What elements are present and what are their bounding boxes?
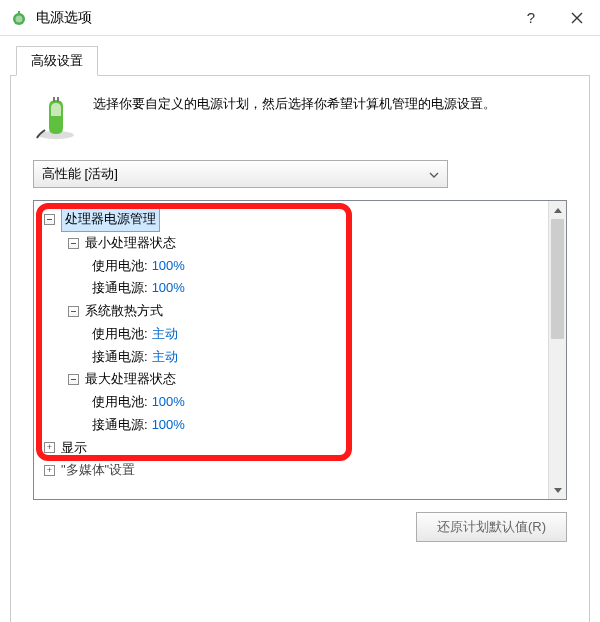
power-plan-select[interactable]: 高性能 [活动] — [33, 160, 448, 188]
collapse-icon[interactable] — [44, 214, 55, 225]
titlebar: 电源选项 ? — [0, 0, 600, 36]
tree-item-max-battery[interactable]: 使用电池: 100% — [38, 391, 544, 414]
tree-item-min-ac[interactable]: 接通电源: 100% — [38, 277, 544, 300]
tree-label-cpu: 处理器电源管理 — [61, 207, 160, 232]
svg-rect-4 — [53, 97, 55, 102]
close-button[interactable] — [554, 0, 600, 36]
description-text: 选择你要自定义的电源计划，然后选择你希望计算机管理的电源设置。 — [93, 94, 496, 140]
tab-panel: 选择你要自定义的电源计划，然后选择你希望计算机管理的电源设置。 高性能 [活动]… — [10, 75, 590, 622]
window-title: 电源选项 — [36, 9, 508, 27]
battery-icon — [33, 94, 79, 140]
tree-item-min-battery[interactable]: 使用电池: 100% — [38, 255, 544, 278]
collapse-icon[interactable] — [68, 374, 79, 385]
tree-label-multimedia: "多媒体"设置 — [61, 459, 135, 482]
tree-node-display[interactable]: 显示 — [38, 437, 544, 460]
setting-label: 接通电源: — [92, 346, 148, 369]
restore-row: 还原计划默认值(R) — [33, 512, 567, 542]
tree-node-max-state[interactable]: 最大处理器状态 — [38, 368, 544, 391]
chevron-down-icon — [429, 168, 439, 180]
power-plan-value: 高性能 [活动] — [42, 165, 118, 183]
setting-value[interactable]: 主动 — [152, 346, 178, 369]
collapse-icon[interactable] — [68, 306, 79, 317]
setting-value[interactable]: 100% — [152, 255, 185, 278]
tree-item-cooling-battery[interactable]: 使用电池: 主动 — [38, 323, 544, 346]
scroll-up-button[interactable] — [549, 201, 566, 219]
description-row: 选择你要自定义的电源计划，然后选择你希望计算机管理的电源设置。 — [33, 94, 567, 140]
scrollbar[interactable] — [548, 201, 566, 499]
help-button[interactable]: ? — [508, 0, 554, 36]
restore-defaults-button[interactable]: 还原计划默认值(R) — [416, 512, 567, 542]
expand-icon[interactable] — [44, 465, 55, 476]
scroll-thumb[interactable] — [551, 219, 564, 339]
tree-node-cpu[interactable]: 处理器电源管理 — [38, 207, 544, 232]
setting-label: 使用电池: — [92, 391, 148, 414]
setting-label: 使用电池: — [92, 323, 148, 346]
svg-rect-5 — [57, 97, 59, 102]
expand-icon[interactable] — [44, 442, 55, 453]
svg-point-2 — [16, 15, 23, 22]
setting-label: 使用电池: — [92, 255, 148, 278]
tree-node-cooling[interactable]: 系统散热方式 — [38, 300, 544, 323]
tab-strip: 高级设置 — [0, 36, 600, 76]
tree-label-display: 显示 — [61, 437, 87, 460]
tab-advanced[interactable]: 高级设置 — [16, 46, 98, 76]
tree-item-max-ac[interactable]: 接通电源: 100% — [38, 414, 544, 437]
tree-node-min-state[interactable]: 最小处理器状态 — [38, 232, 544, 255]
setting-label: 接通电源: — [92, 277, 148, 300]
collapse-icon[interactable] — [68, 238, 79, 249]
tree-label-min-state: 最小处理器状态 — [85, 232, 176, 255]
settings-tree: 处理器电源管理 最小处理器状态 使用电池: 100% 接通电源: 100% 系统… — [33, 200, 567, 500]
tree-label-cooling: 系统散热方式 — [85, 300, 163, 323]
tree-node-multimedia[interactable]: "多媒体"设置 — [38, 459, 544, 482]
tree-label-max-state: 最大处理器状态 — [85, 368, 176, 391]
tree-item-cooling-ac[interactable]: 接通电源: 主动 — [38, 346, 544, 369]
tree-content[interactable]: 处理器电源管理 最小处理器状态 使用电池: 100% 接通电源: 100% 系统… — [34, 201, 548, 499]
setting-value[interactable]: 100% — [152, 414, 185, 437]
power-options-icon — [10, 9, 28, 27]
scroll-down-button[interactable] — [549, 481, 566, 499]
setting-value[interactable]: 100% — [152, 391, 185, 414]
scroll-track[interactable] — [549, 219, 566, 481]
setting-value[interactable]: 主动 — [152, 323, 178, 346]
setting-value[interactable]: 100% — [152, 277, 185, 300]
setting-label: 接通电源: — [92, 414, 148, 437]
